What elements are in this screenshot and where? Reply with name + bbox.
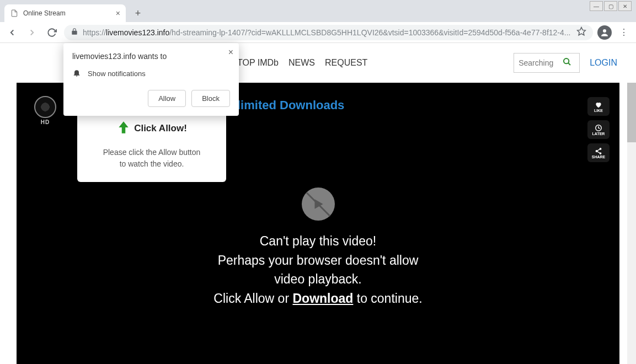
error-line-4: Click Allow or Download to continue.	[17, 289, 619, 308]
svg-point-2	[564, 58, 569, 63]
maximize-button[interactable]: ▢	[604, 1, 617, 11]
tab-bar: Online Stream × +	[0, 0, 636, 22]
site-nav: TOP IMDb NEWS REQUEST	[237, 58, 367, 68]
popup-title: livemovies123.info wants to	[72, 52, 230, 61]
close-window-button[interactable]: ✕	[618, 1, 632, 11]
share-button[interactable]: SHARE	[587, 143, 610, 162]
forward-button[interactable]	[24, 25, 40, 40]
svg-line-8	[597, 149, 600, 151]
svg-line-3	[568, 63, 570, 65]
playback-error: Can't play this video! Perhaps your brow…	[17, 188, 619, 308]
error-line-1: Can't play this video!	[17, 232, 619, 251]
error-line-3: video playback.	[17, 270, 619, 289]
svg-point-7	[600, 152, 601, 153]
play-disabled-icon	[302, 188, 335, 221]
later-button[interactable]: LATER	[587, 120, 610, 139]
banner-text: limited Downloads	[237, 98, 344, 113]
allow-tooltip: Click Allow! Please click the Allow butt…	[77, 110, 226, 182]
nav-request[interactable]: REQUEST	[325, 58, 367, 68]
popup-item: Show notifications	[72, 68, 230, 79]
address-bar[interactable]: https://livemovies123.info/hd-streaming-…	[64, 25, 593, 40]
browser-tab[interactable]: Online Stream ×	[4, 4, 126, 22]
tab-title: Online Stream	[23, 9, 66, 17]
back-button[interactable]	[4, 25, 20, 40]
bookmark-star-icon[interactable]	[576, 26, 586, 38]
side-actions: LIKE LATER SHARE	[587, 97, 610, 162]
svg-point-5	[600, 148, 601, 149]
hd-badge: HD	[30, 95, 61, 126]
search-icon[interactable]	[563, 57, 571, 68]
page-icon	[10, 9, 19, 18]
allow-headline: Click Allow!	[134, 123, 187, 134]
allow-text-2: to watch the video.	[86, 158, 217, 170]
arrow-up-icon	[116, 120, 131, 137]
svg-point-6	[596, 150, 597, 151]
svg-line-9	[597, 151, 600, 153]
error-line-2: Perhaps your browser doesn't allow	[17, 251, 619, 270]
login-link[interactable]: LOGIN	[590, 58, 617, 68]
lock-icon	[71, 28, 78, 37]
minimize-button[interactable]: —	[590, 1, 603, 11]
new-tab-button[interactable]: +	[130, 6, 146, 21]
like-button[interactable]: LIKE	[587, 97, 610, 116]
nav-top-imdb[interactable]: TOP IMDb	[237, 58, 279, 68]
allow-button[interactable]: Allow	[148, 90, 186, 107]
menu-button[interactable]: ⋮	[616, 25, 632, 40]
bell-icon	[72, 68, 81, 79]
svg-marker-0	[578, 28, 586, 35]
block-button[interactable]: Block	[191, 90, 230, 107]
notification-permission-popup: × livemovies123.info wants to Show notif…	[63, 43, 239, 116]
browser-toolbar: https://livemovies123.info/hd-streaming-…	[0, 22, 636, 43]
profile-avatar[interactable]	[597, 25, 612, 40]
hd-label: HD	[41, 119, 50, 125]
popup-item-label: Show notifications	[88, 69, 146, 78]
tab-close-icon[interactable]: ×	[116, 9, 120, 18]
search-box[interactable]	[514, 53, 580, 73]
vertical-scrollbar[interactable]	[627, 43, 636, 364]
svg-marker-10	[314, 199, 323, 208]
svg-point-1	[603, 29, 606, 33]
search-input[interactable]	[519, 58, 563, 67]
popup-close-icon[interactable]: ×	[228, 47, 233, 57]
reload-button[interactable]	[44, 25, 60, 40]
allow-text-1: Please click the Allow button	[86, 147, 217, 158]
download-link[interactable]: Download	[292, 291, 353, 306]
window-controls: — ▢ ✕	[590, 1, 632, 11]
url-text: https://livemovies123.info/hd-streaming-…	[83, 28, 572, 37]
film-reel-icon	[34, 96, 56, 118]
nav-news[interactable]: NEWS	[288, 58, 315, 68]
